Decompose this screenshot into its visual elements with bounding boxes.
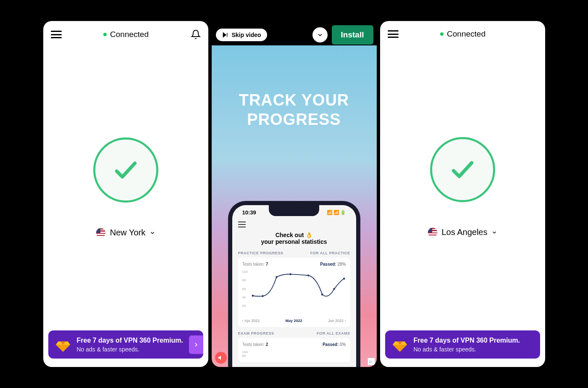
exam-title: EXAM PROGRESS: [238, 331, 274, 335]
main-content: New York: [43, 45, 208, 330]
svg-point-7: [276, 276, 278, 278]
collapse-button[interactable]: [312, 27, 328, 42]
svg-point-9: [307, 275, 309, 277]
exam-for: FOR ALL EXAMS: [317, 331, 350, 335]
location-name: New York: [110, 228, 146, 238]
month-current: May 2022: [285, 319, 302, 323]
us-flag-icon: [96, 228, 106, 238]
header: Connected: [43, 21, 208, 45]
screen-vpn-newyork: Connected New York Free 7 days of VPN 36…: [43, 21, 208, 367]
banner-subtitle: No ads & faster speeds.: [414, 346, 533, 353]
status-text: Connected: [110, 30, 149, 39]
install-button[interactable]: Install: [332, 25, 373, 45]
phone-time: 10:39: [242, 209, 256, 216]
screen-vpn-la: Connected Los Angeles Free 7 days of VPN…: [380, 21, 545, 367]
connection-status: Connected: [440, 29, 486, 39]
us-flag-icon: [428, 227, 438, 238]
month-next[interactable]: Jun 2022 ›: [328, 319, 346, 323]
banner-text: Free 7 days of VPN 360 Premium. No ads &…: [414, 336, 533, 353]
location-selector[interactable]: New York: [96, 228, 156, 238]
header: Connected: [380, 21, 545, 44]
svg-marker-3: [223, 33, 226, 37]
diamond-icon: [392, 337, 408, 353]
chevron-down-icon: [491, 230, 497, 235]
premium-banner[interactable]: Free 7 days of VPN 360 Premium. No ads &…: [48, 330, 203, 359]
banner-title: Free 7 days of VPN 360 Premium.: [77, 336, 197, 345]
screen-ad: Skip video Install TRACK YOUR PROGRESS 1…: [212, 21, 377, 367]
practice-chart: 10080604020: [242, 270, 346, 316]
status-dot-icon: [103, 33, 107, 36]
premium-banner[interactable]: Free 7 days of VPN 360 Premium. No ads &…: [385, 330, 540, 359]
skip-icon: [222, 32, 228, 38]
status-dot-icon: [440, 32, 444, 36]
connection-status: Connected: [103, 30, 149, 39]
ad-badge-icon[interactable]: ▷: [368, 358, 375, 365]
svg-point-10: [321, 293, 323, 296]
banner-title: Free 7 days of VPN 360 Premium.: [414, 336, 533, 345]
month-prev[interactable]: ‹ Apr 2022: [242, 319, 260, 323]
ad-controls: Skip video Install: [212, 21, 377, 49]
location-name: Los Angeles: [442, 227, 488, 237]
location-selector[interactable]: Los Angeles: [428, 227, 498, 238]
practice-progress: PRACTICE PROGRESS FOR ALL PRACTICE Tests…: [238, 251, 350, 327]
menu-icon[interactable]: [388, 30, 399, 38]
skip-video-button[interactable]: Skip video: [216, 29, 267, 41]
chevron-down-icon: [150, 230, 155, 236]
sound-icon[interactable]: [215, 352, 227, 364]
status-text: Connected: [447, 29, 486, 39]
connected-check-icon[interactable]: [93, 137, 158, 203]
diamond-icon: [55, 337, 71, 353]
banner-text: Free 7 days of VPN 360 Premium. No ads &…: [77, 336, 197, 353]
practice-title: PRACTICE PROGRESS: [238, 251, 284, 255]
phone-heading: Check out 👌 your personal statistics: [238, 232, 350, 245]
month-nav: ‹ Apr 2022 May 2022 Jun 2022 ›: [242, 316, 346, 323]
ad-headline: TRACK YOUR PROGRESS: [212, 91, 377, 129]
phone-menu-icon: [238, 222, 246, 227]
svg-point-8: [289, 273, 291, 275]
svg-point-12: [343, 277, 345, 280]
skip-label: Skip video: [232, 32, 261, 38]
connected-check-icon[interactable]: [430, 137, 495, 202]
svg-point-11: [333, 288, 335, 290]
statusbar-icons: 📶📶🔋: [327, 210, 346, 215]
menu-icon[interactable]: [51, 31, 62, 38]
svg-point-6: [262, 295, 264, 297]
banner-arrow-button[interactable]: [189, 335, 203, 354]
exam-progress: EXAM PROGRESS FOR ALL EXAMS Tests taken:…: [238, 331, 350, 362]
practice-for: FOR ALL PRACTICE: [310, 251, 350, 255]
banner-subtitle: No ads & faster speeds.: [77, 346, 197, 353]
phone-mockup: 10:39 📶📶🔋 Check out 👌 your personal stat…: [212, 129, 377, 367]
main-content: Los Angeles: [380, 44, 545, 330]
bell-icon[interactable]: [191, 29, 201, 40]
phone-notch: [269, 205, 319, 216]
svg-point-5: [252, 295, 254, 297]
